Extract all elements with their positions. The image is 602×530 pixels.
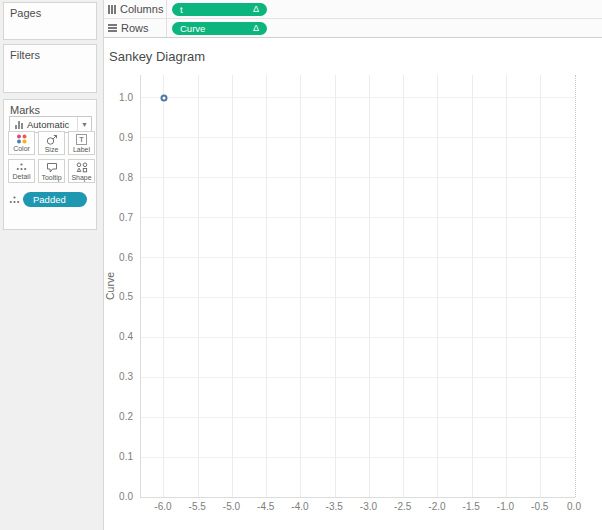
columns-pill-label: t: [180, 4, 183, 15]
pages-shelf[interactable]: Pages: [3, 2, 97, 40]
rows-pill-label: Curve: [180, 23, 205, 34]
left-sidebar: Pages Filters Marks Automatic ▼ Color: [0, 0, 104, 530]
y-tick-label: 0.7: [119, 212, 133, 223]
size-circle-icon: [46, 134, 58, 145]
columns-pill[interactable]: t Δ: [172, 3, 267, 16]
shape-button[interactable]: Shape: [68, 159, 95, 183]
color-button-label: Color: [13, 145, 30, 152]
tableau-window: Pages Filters Marks Automatic ▼ Color: [0, 0, 602, 530]
columns-shelf[interactable]: Columns t Δ: [104, 0, 602, 19]
marks-card: Marks Automatic ▼ Color: [3, 99, 97, 230]
x-tick-label: -0.5: [525, 501, 555, 512]
x-tick-label: -1.5: [456, 501, 486, 512]
svg-text:T: T: [79, 135, 84, 144]
padded-pill[interactable]: Padded: [23, 192, 87, 207]
columns-icon: [108, 5, 116, 14]
automatic-mark-icon: [15, 121, 23, 129]
gridline: [141, 337, 575, 338]
x-tick-label: -2.5: [388, 501, 418, 512]
size-button-label: Size: [45, 146, 59, 153]
marks-label: Marks: [4, 100, 96, 116]
delta-icon: Δ: [253, 23, 259, 33]
worksheet-view: Sankey Diagram Curve 0.00.10.20.30.40.50…: [104, 38, 602, 530]
rows-shelf-label: Rows: [121, 22, 149, 34]
x-tick-label: -1.0: [490, 501, 520, 512]
y-tick-label: 0.5: [119, 291, 133, 302]
detail-dots-icon: [16, 162, 27, 172]
x-tick-label: -3.5: [319, 501, 349, 512]
mark-type-value: Automatic: [27, 119, 77, 130]
detail-dots-icon: [9, 195, 20, 205]
rows-shelf-head: Rows: [104, 19, 167, 37]
shape-button-label: Shape: [71, 174, 91, 181]
x-tick-label: -6.0: [148, 501, 178, 512]
tooltip-bubble-icon: [46, 162, 58, 173]
x-tick-label: 0.0: [559, 501, 589, 512]
y-tick-label: 0.6: [119, 252, 133, 263]
filters-label: Filters: [4, 45, 96, 61]
x-tick-label: -4.0: [285, 501, 315, 512]
tooltip-button-label: Tooltip: [41, 174, 61, 181]
tooltip-button[interactable]: Tooltip: [38, 159, 65, 183]
x-tick-label: -5.5: [182, 501, 212, 512]
rows-icon: [108, 24, 117, 32]
label-button[interactable]: T Label: [68, 131, 95, 155]
columns-shelf-label: Columns: [120, 3, 163, 15]
chevron-down-icon[interactable]: ▼: [77, 117, 91, 132]
rows-pill[interactable]: Curve Δ: [172, 22, 267, 35]
label-button-label: Label: [73, 146, 90, 153]
gridline: [141, 257, 575, 258]
y-tick-label: 0.0: [119, 491, 133, 502]
color-button[interactable]: Color: [8, 131, 35, 155]
rows-shelf[interactable]: Rows Curve Δ: [104, 19, 602, 38]
label-t-icon: T: [76, 134, 87, 145]
gridline: [141, 97, 575, 98]
x-tick-label: -4.5: [251, 501, 281, 512]
plot-pane[interactable]: [140, 75, 575, 498]
y-tick-label: 0.1: [119, 451, 133, 462]
marks-button-grid: Color Size T Label: [8, 131, 96, 183]
x-tick-label: -5.0: [216, 501, 246, 512]
x-axis[interactable]: -6.0-5.5-5.0-4.5-4.0-3.5-3.0-2.5-2.0-1.5…: [140, 501, 575, 514]
gridline: [141, 177, 575, 178]
gridline: [141, 297, 575, 298]
sheet-title: Sankey Diagram: [109, 49, 205, 64]
gridline: [141, 377, 575, 378]
detail-button[interactable]: Detail: [8, 159, 35, 183]
padded-pill-label: Padded: [33, 194, 66, 205]
y-tick-label: 0.2: [119, 411, 133, 422]
filters-shelf[interactable]: Filters: [3, 44, 97, 93]
delta-icon: Δ: [253, 4, 259, 14]
pages-label: Pages: [4, 3, 96, 19]
color-dots-icon: [16, 134, 27, 144]
y-axis[interactable]: 0.00.10.20.30.40.50.60.70.80.91.0: [104, 75, 137, 498]
gridline: [141, 457, 575, 458]
y-tick-label: 0.4: [119, 331, 133, 342]
y-tick-label: 0.8: [119, 172, 133, 183]
columns-shelf-head: Columns: [104, 0, 167, 18]
size-button[interactable]: Size: [38, 131, 65, 155]
encoding-row: Padded: [9, 192, 87, 207]
shapes-icon: [76, 162, 88, 173]
x-tick-label: -3.0: [353, 501, 383, 512]
x-tick-label: -2.0: [422, 501, 452, 512]
detail-button-label: Detail: [13, 173, 31, 180]
gridline: [141, 217, 575, 218]
y-tick-label: 1.0: [119, 92, 133, 103]
gridline: [141, 137, 575, 138]
data-point-circle[interactable]: [160, 94, 167, 101]
y-tick-label: 0.3: [119, 371, 133, 382]
gridline: [141, 417, 575, 418]
y-tick-label: 0.9: [119, 132, 133, 143]
